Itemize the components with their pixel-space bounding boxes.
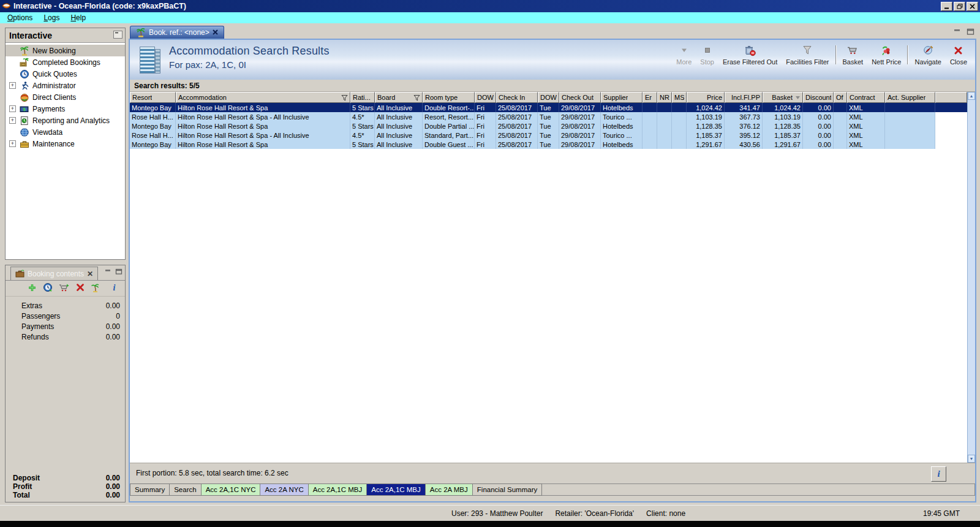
column-header-of[interactable]: Of (834, 92, 847, 103)
result-row-4[interactable]: Rose Hall H...Hilton Rose Hall Resort & … (130, 131, 975, 140)
cell-accommodation: Hilton Rose Hall Resort & Spa (176, 140, 350, 149)
panel-maximize-button[interactable] (115, 267, 123, 276)
cell-nr (657, 131, 672, 140)
tab-close-icon[interactable] (213, 28, 218, 37)
sidebar-item-viewdata[interactable]: +Viewdata (6, 126, 125, 138)
sidebar-item-administrator[interactable]: +Administrator (6, 80, 125, 91)
result-row-1[interactable]: Montego BayHilton Rose Hall Resort & Spa… (130, 103, 975, 112)
vertical-scrollbar[interactable]: ▲ ▼ (967, 92, 975, 463)
column-header-ms[interactable]: MS (672, 92, 687, 103)
column-header-price[interactable]: Price (687, 92, 725, 103)
move-to-basket-button[interactable] (59, 283, 70, 294)
cell-check-out: 29/08/2017 (559, 121, 601, 131)
booking-contents-tab[interactable]: Booking contents ✕ (10, 267, 98, 280)
panel-minimize-button[interactable] (104, 267, 111, 276)
row-value: 0 (116, 312, 125, 320)
window-restore-button[interactable] (954, 2, 965, 11)
column-header-resort[interactable]: Resort (130, 92, 176, 103)
scroll-down-arrow[interactable]: ▼ (968, 455, 975, 463)
column-header-check-in[interactable]: Check In (496, 92, 538, 103)
sidebar-item-maintenance[interactable]: +Maintenance (6, 138, 125, 150)
navigate-button[interactable]: Navigate (910, 44, 945, 66)
bottom-tab-search[interactable]: Search (170, 483, 201, 496)
booking-contents-close-icon[interactable]: ✕ (87, 270, 93, 278)
column-header-dow[interactable]: DOW (538, 92, 559, 103)
column-filter-icon[interactable] (412, 94, 420, 101)
cell-price: 1,185.37 (687, 131, 725, 140)
cell-check-in: 25/08/2017 (496, 103, 538, 112)
panel-collapse-button[interactable] (113, 31, 123, 40)
facilities-filter-button[interactable]: Facilities Filter (782, 44, 833, 66)
toolbox-icon (19, 139, 29, 149)
column-header-accommodation[interactable]: Accommodation (176, 92, 350, 103)
stop-icon (703, 44, 712, 56)
bottom-tab-financial-summary[interactable]: Financial Summary (473, 483, 542, 496)
cell-check-out: 29/08/2017 (559, 103, 601, 112)
cell-resort: Montego Bay (130, 121, 176, 131)
erase-filtered-out-button[interactable]: Erase Filtered Out (718, 44, 782, 66)
column-header-er[interactable]: Er (643, 92, 657, 103)
column-header-act-supplier[interactable]: Act. Supplier (885, 92, 935, 103)
booking-contents-row-payments: Payments0.00 (6, 321, 125, 332)
bottom-tab-summary[interactable]: Summary (130, 483, 170, 496)
sidebar-item-new-booking[interactable]: +New Booking (6, 45, 125, 56)
column-header-blank[interactable] (935, 92, 967, 103)
sidebar-item-completed-bookings[interactable]: +Completed Bookings (6, 56, 125, 68)
nett-price-button[interactable]: Nett Price (867, 44, 905, 66)
svg-text:$: $ (23, 107, 26, 112)
page-subtitle: For pax: 2A, 1C, 0I (169, 59, 330, 70)
booking-ref-tab[interactable]: Book. ref.: <none> (130, 26, 224, 39)
column-header-discount[interactable]: Discount (803, 92, 834, 103)
column-header-basket[interactable]: Basket (763, 92, 803, 103)
sidebar-item-payments[interactable]: +$Payments (6, 103, 125, 115)
sidebar-item-direct-clients[interactable]: +Direct Clients (6, 91, 125, 103)
column-header-board[interactable]: Board (375, 92, 423, 103)
document-maximize-button[interactable] (967, 28, 974, 37)
close-button[interactable]: Close (946, 44, 971, 66)
result-row-5[interactable]: Montego BayHilton Rose Hall Resort & Spa… (130, 140, 975, 149)
column-header-dow[interactable]: DOW (475, 92, 496, 103)
delete-button[interactable] (76, 283, 85, 294)
menu-logs[interactable]: Logs (39, 13, 66, 23)
column-header-room-type[interactable]: Room type (423, 92, 475, 103)
bottom-tab-acc-2a-1c-mbj[interactable]: Acc 2A,1C MBJ (367, 483, 426, 496)
basket-button[interactable]: Basket (839, 44, 868, 66)
window-minimize-button[interactable] (941, 2, 952, 11)
column-header-label: Price (707, 94, 722, 101)
column-header-supplier[interactable]: Supplier (601, 92, 643, 103)
cell-of (834, 140, 847, 149)
info-button[interactable]: i (111, 283, 118, 294)
expander-icon[interactable]: + (9, 105, 16, 112)
bottom-tab-acc-2a-1c-nyc[interactable]: Acc 2A,1C NYC (202, 483, 261, 496)
column-header-label: Board (377, 94, 395, 101)
erase-filtered-out-icon (744, 44, 756, 56)
bottom-tab-acc-2a-nyc[interactable]: Acc 2A NYC (260, 483, 308, 496)
menu-options[interactable]: Options (2, 13, 39, 23)
cell-rati: 5 Stars (350, 140, 375, 149)
column-header-rati[interactable]: Rati... (350, 92, 375, 103)
menu-help[interactable]: Help (66, 13, 92, 23)
column-header-contract[interactable]: Contract (847, 92, 885, 103)
cell-incl-fl-pp: 341.47 (725, 103, 763, 112)
column-filter-icon[interactable] (340, 94, 348, 101)
quick-quote-button[interactable] (43, 282, 53, 294)
add-button[interactable] (28, 283, 37, 294)
window-close-button[interactable] (967, 2, 978, 11)
scroll-up-arrow[interactable]: ▲ (968, 92, 975, 100)
bottom-tab-acc-2a-mbj[interactable]: Acc 2A MBJ (426, 483, 473, 496)
sidebar-item-quick-quotes[interactable]: +Quick Quotes (6, 68, 125, 80)
expander-icon[interactable]: + (9, 82, 16, 89)
expander-icon[interactable]: + (9, 117, 16, 124)
new-booking-button[interactable] (91, 283, 100, 294)
info-button[interactable]: i (931, 466, 946, 482)
column-header-nr[interactable]: NR (657, 92, 672, 103)
document-minimize-button[interactable] (953, 28, 961, 37)
expander-icon[interactable]: + (9, 140, 16, 147)
result-row-3[interactable]: Montego BayHilton Rose Hall Resort & Spa… (130, 121, 975, 131)
search-timing-text: First portion: 5.8 sec, total search tim… (136, 469, 288, 477)
bottom-tab-acc-2a-1c-mbj[interactable]: Acc 2A,1C MBJ (309, 483, 368, 496)
sidebar-item-reporting-and-analytics[interactable]: +Reporting and Analytics (6, 115, 125, 126)
result-row-2[interactable]: Rose Hall H...Hilton Rose Hall Resort & … (130, 112, 975, 121)
column-header-check-out[interactable]: Check Out (559, 92, 601, 103)
column-header-incl-fl-pp[interactable]: Incl.Fl.PP (725, 92, 763, 103)
